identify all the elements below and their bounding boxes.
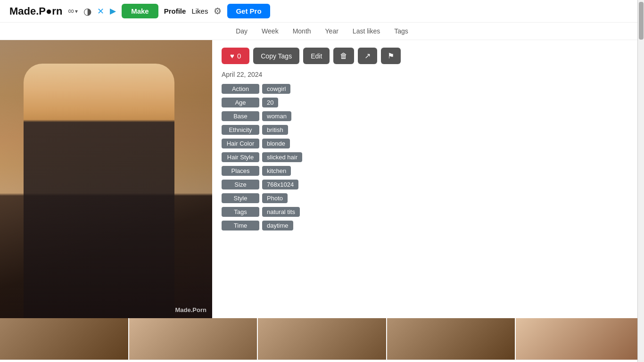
tag-value[interactable]: cowgirl [262,84,290,94]
tag-value[interactable]: slicked hair [262,152,302,162]
thumb-2[interactable] [129,318,258,360]
thumb-4[interactable] [387,318,516,360]
main-content: Made.Porn ♥ 0 Copy Tags Edit 🗑 ↗ ⚑ April… [0,40,644,318]
tag-value[interactable]: natural tits [262,207,300,217]
thumb-5[interactable] [516,318,644,360]
tag-value[interactable]: 20 [262,98,278,107]
tag-value[interactable]: woman [262,111,291,121]
tag-value[interactable]: daytime [262,221,293,230]
tag-value[interactable]: british [262,125,288,135]
image-panel: Made.Porn [0,40,212,318]
tag-label[interactable]: Base [222,111,259,121]
tag-row: Hair Colorblonde [222,139,635,148]
share-button[interactable]: ↗ [358,48,377,64]
heart-icon: ♥ [230,52,234,60]
tab-last-likes[interactable]: Last likes [353,27,380,35]
infinity-icon: ∞ [68,6,74,16]
infinity-button[interactable]: ∞ ▾ [68,6,78,16]
chevron-down-icon: ▾ [75,8,78,15]
tag-value[interactable]: Photo [262,193,288,203]
half-circle-button[interactable]: ◑ [83,6,91,17]
tag-row: Age20 [222,98,635,107]
tag-label[interactable]: Size [222,180,259,189]
tag-label[interactable]: Ethnicity [222,125,259,135]
tag-label[interactable]: Age [222,98,259,107]
delete-button[interactable]: 🗑 [333,48,354,64]
tag-row: Actioncowgirl [222,84,635,94]
gear-icon: ⚙ [214,6,222,16]
flag-button[interactable]: ⚑ [381,48,401,64]
tag-label[interactable]: Style [222,193,259,203]
telegram-icon: ▶ [110,7,116,16]
footer: Contact T&C Privacy Policy 2257 DMCA Bil… [0,360,644,362]
logo: Made.P●rn [9,5,62,17]
tab-year[interactable]: Year [325,27,339,35]
settings-button[interactable]: ⚙ [214,6,222,16]
tag-value[interactable]: blonde [262,139,290,148]
logo-dot: ● [46,5,52,17]
copy-tags-button[interactable]: Copy Tags [253,48,299,64]
tab-month[interactable]: Month [293,27,311,35]
thumbs-strip [0,318,644,360]
tag-row: Ethnicitybritish [222,125,635,135]
action-buttons: ♥ 0 Copy Tags Edit 🗑 ↗ ⚑ [222,48,635,64]
like-button[interactable]: ♥ 0 [222,48,249,64]
twitter-icon: ✕ [97,7,104,16]
thumb-1[interactable] [0,318,129,360]
tag-row: Size768x1024 [222,180,635,189]
image-watermark: Made.Porn [175,306,206,313]
twitter-button[interactable]: ✕ [97,6,104,16]
tag-label[interactable]: Time [222,221,259,230]
tag-row: Basewoman [222,111,635,121]
tag-label[interactable]: Action [222,84,259,94]
tag-label[interactable]: Places [222,166,259,176]
edit-button[interactable]: Edit [303,48,330,64]
header: Made.P●rn ∞ ▾ ◑ ✕ ▶ Make Profile Likes ⚙… [0,0,644,23]
tag-label[interactable]: Hair Color [222,139,259,148]
tab-day[interactable]: Day [236,27,248,35]
make-button[interactable]: Make [122,4,158,18]
tag-row: Placeskitchen [222,166,635,176]
scrollbar[interactable] [637,0,644,362]
tag-value[interactable]: 768x1024 [262,180,298,189]
getpro-button[interactable]: Get Pro [227,4,270,18]
tag-row: Tagsnatural tits [222,207,635,217]
tag-row: Timedaytime [222,221,635,230]
likes-button[interactable]: Likes [191,7,208,15]
tag-label[interactable]: Hair Style [222,152,259,162]
tag-row: Hair Styleslicked hair [222,152,635,162]
profile-button[interactable]: Profile [164,7,186,15]
thumb-3[interactable] [258,318,387,360]
share-icon: ↗ [364,52,371,60]
tags-container: ActioncowgirlAge20BasewomanEthnicitybrit… [222,84,635,230]
tab-week[interactable]: Week [262,27,279,35]
post-image: Made.Porn [0,40,212,318]
tag-row: StylePhoto [222,193,635,203]
post-date: April 22, 2024 [222,71,635,78]
trash-icon: 🗑 [340,52,347,60]
period-tabs: Day Week Month Year Last likes Tags [0,23,644,40]
telegram-button[interactable]: ▶ [110,6,116,16]
tag-value[interactable]: kitchen [262,166,291,176]
contrast-icon: ◑ [83,6,91,16]
tab-tags[interactable]: Tags [394,27,408,35]
flag-icon: ⚑ [388,52,394,60]
tag-label[interactable]: Tags [222,207,259,217]
like-count: 0 [237,52,241,60]
scrollbar-thumb[interactable] [639,2,644,40]
info-panel: ♥ 0 Copy Tags Edit 🗑 ↗ ⚑ April 22, 2024 … [212,40,644,318]
